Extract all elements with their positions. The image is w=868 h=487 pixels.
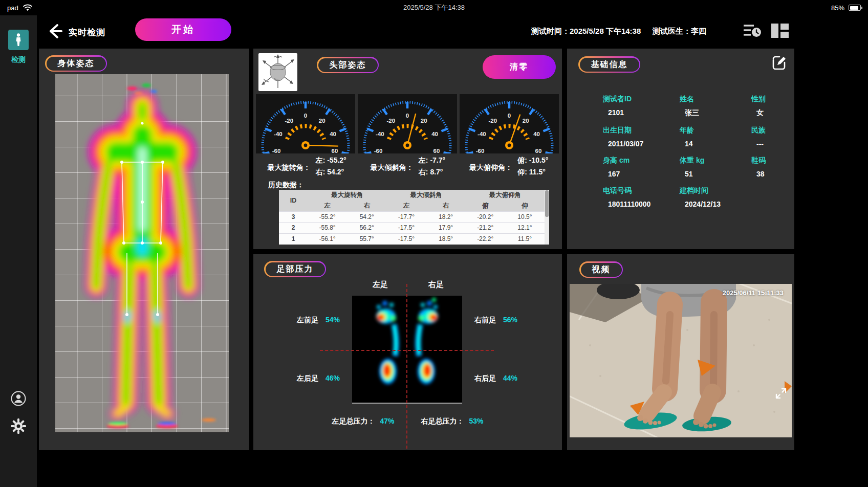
history-cell: -22.2°: [466, 233, 505, 245]
basic-info-badge: 基础信息: [578, 56, 640, 73]
foot-metric-value: 46%: [326, 374, 340, 382]
svg-text:-20: -20: [488, 118, 497, 124]
info-field: 姓名 张三: [680, 95, 751, 118]
basic-info-fields: 测试者ID 2101姓名 张三性别 女出生日期 2011/03/07年龄 14民…: [603, 95, 787, 208]
history-cell: 17.9°: [426, 223, 465, 234]
svg-text:-60: -60: [272, 148, 281, 153]
foot-metric-left-hind: 左后足46%: [297, 374, 340, 383]
col-sub: 右: [426, 201, 465, 211]
info-field: 出生日期 2011/03/07: [603, 126, 680, 148]
basic-info-panel: 基础信息 测试者ID 2101姓名 张三性别 女出生日期 2011/03/07年…: [567, 49, 794, 249]
foot-total: 左足总压力：47%: [332, 417, 394, 426]
col-group: 最大俯仰角: [466, 190, 545, 201]
edit-icon[interactable]: [771, 55, 787, 71]
history-row: 3-55.2°54.2°-17.7°18.2°-20.2°10.5°: [279, 211, 545, 223]
video-timestamp: 2025/06/11 15:11:33: [723, 289, 784, 297]
info-label: 身高 cm: [603, 156, 680, 165]
history-cell: 56.2°: [347, 223, 386, 234]
statusbar-datetime: 2025/5/28 下午14:38: [0, 3, 868, 12]
info-label: 年龄: [680, 126, 751, 135]
info-value: 18011110000: [603, 200, 680, 208]
info-label: 出生日期: [603, 126, 680, 135]
foot-pressure-badge: 足部压力: [264, 261, 326, 277]
svg-text:-40: -40: [376, 131, 384, 137]
foot-metric-right-fore: 右前足56%: [474, 316, 517, 325]
body-posture-badge: 身体姿态: [45, 55, 107, 72]
col-sub: 左: [386, 201, 426, 211]
layout-grid-icon[interactable]: [770, 22, 790, 39]
history-report-icon[interactable]: [742, 22, 763, 39]
stat-label: 最大旋转角：: [268, 163, 311, 177]
info-value: 51: [680, 170, 751, 178]
svg-text:-20: -20: [285, 118, 293, 124]
history-cell: -55.8°: [308, 223, 347, 234]
stat-value: 右: 54.2°: [316, 168, 346, 177]
foot-metric-right-hind: 右后足44%: [474, 374, 517, 383]
history-cell: -56.1°: [308, 233, 347, 245]
gauge-rotation: -90-60-40-20020406090: [256, 94, 355, 153]
start-button[interactable]: 开始: [135, 18, 231, 41]
info-value: 2101: [603, 108, 680, 117]
head-stat-1: 最大倾斜角： 左: -7.7°右: 8.7°: [357, 156, 458, 177]
app-root: pad 2025/5/28 下午14:38 85% 检测: [0, 0, 868, 487]
info-field: 年龄 14: [680, 126, 751, 148]
video-frame: 2025/06/11 15:11:33: [570, 284, 792, 437]
history-row: 2-55.8°56.2°-17.5°17.9°-21.2°12.1°: [279, 223, 545, 234]
crosshair-horizontal: [320, 350, 494, 351]
page-title: 实时检测: [69, 27, 105, 38]
history-cell: 18.5°: [426, 233, 465, 245]
history-data-label: 历史数据：: [268, 181, 304, 190]
stat-label: 最大倾斜角：: [371, 163, 414, 177]
fullscreen-icon[interactable]: [775, 388, 787, 399]
col-sub: 右: [347, 201, 386, 211]
svg-text:60: 60: [535, 148, 542, 153]
info-label: 测试者ID: [603, 95, 680, 104]
svg-text:0: 0: [304, 113, 307, 119]
svg-text:40: 40: [533, 131, 540, 137]
history-table-scrollbar[interactable]: [545, 190, 549, 245]
history-cell: -17.7°: [386, 211, 426, 223]
info-value: 女: [751, 108, 787, 118]
history-cell: -20.2°: [466, 211, 505, 223]
head-axes-diagram: [258, 53, 297, 91]
history-cell: -17.5°: [386, 223, 426, 234]
history-cell: -17.5°: [386, 233, 426, 245]
svg-text:-60: -60: [374, 148, 383, 153]
head-posture-panel: 头部姿态 清零 -90-60-40-20020406090-90-60-40-2…: [253, 49, 562, 249]
body-posture-panel: 身体姿态: [39, 49, 249, 450]
profile-icon[interactable]: [10, 390, 27, 407]
foot-metric-value: 54%: [326, 316, 340, 324]
stat-value: 左: -7.7°: [419, 156, 445, 165]
body-thermal-scan: [55, 74, 229, 432]
stat-value: 左: -55.2°: [316, 156, 346, 165]
info-value: 2011/03/07: [603, 140, 680, 148]
svg-text:0: 0: [508, 113, 511, 119]
settings-gear-icon[interactable]: [10, 417, 27, 435]
back-arrow-icon[interactable]: [46, 23, 63, 40]
col-group: 最大旋转角: [308, 190, 386, 201]
info-field: 身高 cm 167: [603, 156, 680, 178]
foot-total: 右足总压力：53%: [421, 417, 484, 426]
info-label: 建档时间: [680, 186, 751, 195]
foot-metric-value: 56%: [503, 316, 517, 324]
info-label: 鞋码: [751, 156, 787, 165]
foot-totals: 左足总压力：47%右足总压力：53%: [253, 417, 562, 426]
sidebar-item-detect[interactable]: [8, 30, 29, 50]
gauge-tilt: -90-60-40-20020406090: [358, 94, 457, 153]
gauge-pitch: -90-60-40-20020406090: [460, 94, 559, 153]
svg-text:60: 60: [332, 148, 338, 153]
info-field: 电话号码 18011110000: [603, 186, 680, 208]
info-value: 张三: [680, 108, 751, 118]
foot-metric-value: 44%: [503, 374, 517, 382]
foot-metric-left-fore: 左前足54%: [297, 316, 340, 325]
info-field: 体重 kg 51: [680, 156, 751, 178]
col-sub: 仰: [505, 201, 545, 211]
history-cell: -55.2°: [308, 211, 347, 223]
svg-text:-40: -40: [478, 131, 486, 137]
clear-button[interactable]: 清零: [483, 55, 556, 79]
svg-text:-60: -60: [476, 148, 485, 153]
sidebar: 检测: [0, 15, 37, 487]
head-stat-2: 最大俯仰角： 俯: -10.5°仰: 11.5°: [459, 156, 559, 177]
svg-text:60: 60: [433, 148, 440, 153]
stat-value: 仰: 11.5°: [517, 168, 548, 177]
